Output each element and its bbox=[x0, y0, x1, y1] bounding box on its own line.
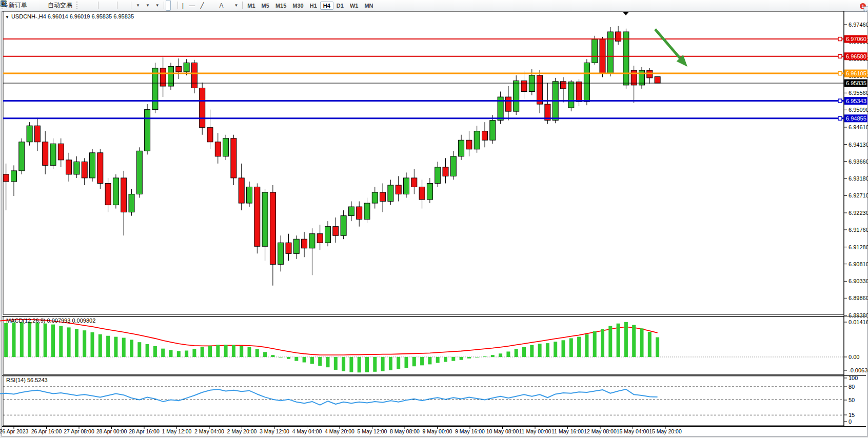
price-tag-label: 6.94855 bbox=[846, 115, 866, 122]
arrows-tool-button[interactable]: ▼ bbox=[231, 0, 241, 11]
candle bbox=[584, 63, 589, 102]
timeframe-button-w1[interactable]: W1 bbox=[347, 2, 362, 10]
time-tick-label: 1 May 12:00 bbox=[162, 428, 192, 434]
line-chart-mode-button[interactable] bbox=[91, 0, 96, 11]
candle bbox=[607, 32, 613, 73]
time-axis[interactable]: 26 Apr 202326 Apr 16:0027 Apr 08:0028 Ap… bbox=[0, 426, 682, 434]
candle bbox=[286, 243, 291, 253]
candle bbox=[105, 183, 111, 205]
new-order-button[interactable]: 新订单 bbox=[6, 0, 30, 11]
time-tick-label: 4 May 20:00 bbox=[325, 428, 354, 434]
rsi-indicator-label: RSI(14) 56.5243 bbox=[6, 377, 48, 383]
templates-button[interactable]: ▼ bbox=[152, 0, 162, 11]
market-button[interactable] bbox=[30, 0, 35, 11]
auto-trading-button[interactable]: 自动交易 bbox=[45, 0, 75, 11]
text-tool-icon: A bbox=[219, 2, 223, 9]
price-tick-label: 6.95560 bbox=[849, 90, 868, 96]
candle bbox=[270, 192, 275, 264]
search-icon[interactable] bbox=[0, 0, 8, 8]
zoom-out-button[interactable] bbox=[105, 0, 110, 11]
candle bbox=[435, 167, 441, 184]
time-tick-label: 9 May 00:00 bbox=[423, 428, 452, 434]
timeframe-button-m1[interactable]: M1 bbox=[244, 2, 258, 10]
candle bbox=[176, 66, 182, 72]
fibonacci-tool-button[interactable]: F bbox=[211, 0, 216, 11]
price-tag-label: 6.96580 bbox=[846, 53, 866, 59]
trendline-tool-button[interactable]: ╱ bbox=[198, 0, 206, 11]
candle bbox=[459, 140, 464, 156]
candle bbox=[372, 192, 378, 203]
vertical-line-icon: | bbox=[182, 2, 184, 9]
candle bbox=[514, 81, 519, 111]
time-tick-label: 28 Apr 00:00 bbox=[96, 428, 127, 434]
chart-title: ▼USDCNH-,H4 6.96014 6.96019 6.95835 6.95… bbox=[5, 13, 134, 19]
macd-axis-label: 0.014167 bbox=[849, 319, 868, 325]
price-tick-label: 6.90330 bbox=[849, 278, 868, 284]
candle bbox=[466, 140, 472, 149]
macd-indicator-label: MACD(12,26,9) 0.007993 0.009802 bbox=[6, 317, 95, 324]
vertical-line-tool-button[interactable]: | bbox=[180, 0, 186, 11]
timeframe-button-m5[interactable]: M5 bbox=[259, 2, 272, 10]
rsi-axis-label: 0 bbox=[849, 419, 852, 425]
horizontal-line-tool-button[interactable]: — bbox=[186, 0, 198, 11]
time-tick-label: 10 May 08:00 bbox=[486, 428, 519, 434]
chart-shift-button[interactable] bbox=[124, 0, 129, 11]
terminal-button[interactable] bbox=[35, 0, 40, 11]
timeframe-button-h4[interactable]: H4 bbox=[320, 2, 333, 10]
toolbar-grip[interactable] bbox=[76, 2, 80, 9]
price-tick-label: 6.89860 bbox=[849, 295, 868, 301]
chat-bubble-icon bbox=[863, 6, 868, 13]
timeframe-group: M1M5M15M30H1H4D1W1MN bbox=[244, 2, 376, 10]
toolbar-separator bbox=[242, 2, 243, 9]
bar-chart-mode-button[interactable] bbox=[81, 0, 86, 11]
candle bbox=[623, 32, 629, 85]
chart-canvas[interactable]: 6.974606.969906.965106.960406.955606.950… bbox=[0, 0, 868, 438]
rsi-axis-label: 50 bbox=[849, 397, 855, 403]
channel-tool-button[interactable]: E bbox=[206, 0, 211, 11]
tile-windows-button[interactable] bbox=[110, 0, 115, 11]
zoom-in-button[interactable] bbox=[100, 0, 105, 11]
periods-button[interactable]: ▼ bbox=[143, 0, 152, 11]
candle bbox=[97, 153, 103, 184]
candle bbox=[404, 178, 409, 194]
price-tick-label: 6.95090 bbox=[849, 107, 868, 113]
crosshair-tool-button[interactable] bbox=[171, 0, 176, 11]
price-tick-label: 6.93180 bbox=[849, 175, 868, 182]
candle bbox=[505, 97, 511, 111]
price-tag-label: 6.97060 bbox=[846, 36, 866, 42]
time-tick-label: 28 Apr 16:00 bbox=[129, 428, 160, 434]
candle bbox=[50, 144, 56, 165]
price-tick-label: 6.97460 bbox=[849, 22, 868, 28]
line-handle[interactable] bbox=[838, 116, 842, 120]
timeframe-button-h1[interactable]: H1 bbox=[307, 2, 320, 10]
candle bbox=[490, 121, 496, 141]
indicators-button[interactable]: ▼ bbox=[133, 0, 143, 11]
timeframe-button-mn[interactable]: MN bbox=[361, 2, 376, 10]
candle bbox=[152, 68, 158, 110]
timeframe-button-d1[interactable]: D1 bbox=[333, 2, 347, 10]
candle bbox=[136, 151, 142, 194]
text-tool-button[interactable]: A bbox=[216, 0, 226, 11]
candlestick-mode-button[interactable] bbox=[86, 0, 91, 11]
label-tool-button[interactable]: T bbox=[226, 0, 231, 11]
line-handle[interactable] bbox=[838, 99, 842, 103]
candle bbox=[74, 162, 80, 174]
candle bbox=[309, 234, 315, 248]
line-handle[interactable] bbox=[838, 72, 842, 75]
line-handle[interactable] bbox=[838, 54, 842, 58]
candle bbox=[325, 227, 331, 243]
candle bbox=[364, 203, 370, 220]
signals-button[interactable] bbox=[40, 0, 45, 11]
collapse-triangle-icon[interactable]: ▼ bbox=[5, 15, 9, 19]
timeframe-button-m15[interactable]: M15 bbox=[272, 2, 289, 10]
line-handle[interactable] bbox=[838, 37, 842, 41]
candle bbox=[129, 194, 134, 212]
time-tick-label: 26 Apr 16:00 bbox=[31, 428, 62, 434]
cursor-tool-button[interactable] bbox=[166, 0, 171, 11]
auto-scroll-button[interactable] bbox=[119, 0, 124, 11]
candle bbox=[561, 82, 566, 89]
time-tick-label: 15 May 04:00 bbox=[617, 428, 649, 434]
candle bbox=[160, 68, 166, 86]
candle bbox=[231, 138, 236, 178]
timeframe-button-m30[interactable]: M30 bbox=[289, 2, 306, 10]
